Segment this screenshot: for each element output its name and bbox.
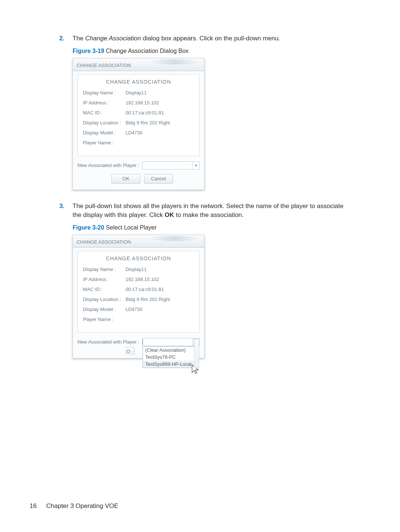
step-3-text: The pull-down list shows all the players… [73,202,347,220]
label: Player Name : [83,317,126,322]
label: IP Address : [83,100,126,106]
text: dialog box appears. Click on the pull-do… [141,35,280,42]
step-number: 2. [59,34,73,43]
button-row: OK Cancel [77,174,200,184]
chapter-title: Chapter 3 Operating VOE [46,502,119,509]
label: Display Name : [83,90,126,96]
step-3: 3. The pull-down list shows all the play… [59,202,367,358]
page: 2. The Change Association dialog box app… [0,0,400,532]
row-display-name: Display Name :Display11 [83,90,194,96]
dropdown-scrollbar[interactable] [194,339,199,368]
player-dropdown[interactable]: ▾ (Clear Association) TestSys79-PC TestS… [142,338,200,346]
label: Display Model : [83,307,126,312]
row-mac-id: MAC ID :00:17:ca:c9:01:81 [83,287,194,292]
value: Display11 [126,267,147,272]
row-mac-id: MAC ID :00:17:ca:c9:01:81 [83,110,194,116]
bold-text: OK [165,211,174,218]
new-associated-row: New Associated with Player : ▾ [77,161,200,170]
value: 192.168.15.102 [126,277,159,282]
row-ip-address: IP Address :192.168.15.102 [83,277,194,282]
dropdown-item-label: TestSys899-HP-Local [145,361,191,367]
row-display-location: Display Location :Bldg 9 Rm 202 Right [83,120,194,126]
dialog-body: CHANGE ASSOCIATION Display Name :Display… [73,71,204,190]
step-2-text: The Change Association dialog box appear… [73,34,280,43]
row-display-model: Display Model :LD4730 [83,130,194,135]
info-panel: CHANGE ASSOCIATION Display Name :Display… [77,74,200,156]
dialog-title: CHANGE ASSOCIATION [73,239,134,247]
row-player-name: Player Name : [83,140,194,145]
italic-text: Change Association [85,35,141,42]
value: 00:17:ca:c9:01:81 [126,287,164,292]
figure-ref: Figure 3-20 [73,224,104,231]
value: 192.168.15.102 [126,100,159,106]
figure-text: Change Association Dialog Box [104,48,189,54]
dialog-titlebar: CHANGE ASSOCIATION [73,58,204,71]
titlebar-shine [149,236,200,241]
step-number: 3. [59,202,73,211]
page-footer: 16 Chapter 3 Operating VOE [30,502,118,510]
change-association-dialog-open: CHANGE ASSOCIATION CHANGE ASSOCIATION Di… [73,235,204,358]
row-display-location: Display Location :Bldg 9 Rm 202 Right [83,297,194,302]
dropdown-field[interactable] [143,339,193,345]
value: Display11 [126,90,147,96]
dropdown-item-clear[interactable]: (Clear Association) [143,347,199,354]
cancel-button[interactable]: Cancel [144,174,173,184]
value: Bldg 9 Rm 202 Right [126,120,170,126]
value: LD4730 [126,130,143,135]
text: to make the association. [174,211,244,218]
association-block: New Associated with Player : ▾ (Clear As… [77,333,200,346]
ok-button-clipped[interactable]: O [125,347,134,355]
ok-button[interactable]: OK [111,174,140,184]
assoc-label: New Associated with Player : [77,163,142,168]
page-number: 16 [30,502,44,510]
row-player-name: Player Name : [83,317,194,322]
row-ip-address: IP Address :192.168.15.102 [83,100,194,106]
association-block: New Associated with Player : ▾ OK Cancel [77,156,200,185]
row-display-name: Display Name :Display11 [83,267,194,272]
dialog-titlebar: CHANGE ASSOCIATION [73,235,204,248]
player-dropdown[interactable]: ▾ [142,161,200,170]
label: MAC ID : [83,287,126,292]
label: Player Name : [83,140,126,145]
titlebar-shine [149,59,200,64]
label: Display Name : [83,267,126,272]
dialog-body: CHANGE ASSOCIATION Display Name :Display… [73,248,204,358]
player-dropdown-list: (Clear Association) TestSys79-PC TestSys… [143,346,199,368]
dropdown-item-2[interactable]: TestSys899-HP-Local [143,361,199,368]
dialog-title: CHANGE ASSOCIATION [73,63,134,71]
figure-3-20-caption: Figure 3-20 Select Local Player [73,224,367,231]
value: LD4730 [126,307,143,312]
change-association-dialog-closed: CHANGE ASSOCIATION CHANGE ASSOCIATION Di… [73,58,204,190]
value: Bldg 9 Rm 202 Right [126,297,170,302]
label: Display Model : [83,130,126,135]
info-panel: CHANGE ASSOCIATION Display Name :Display… [77,251,200,333]
step-2: 2. The Change Association dialog box app… [59,34,367,190]
dropdown-item-1[interactable]: TestSys79-PC [143,354,199,361]
panel-title: CHANGE ASSOCIATION [83,255,194,261]
label: IP Address : [83,277,126,282]
figure-ref: Figure 3-19 [73,48,104,54]
label: Display Location : [83,297,126,302]
figure-text: Select Local Player [104,224,156,231]
chevron-down-icon[interactable]: ▾ [193,162,199,169]
assoc-label: New Associated with Player : [77,339,142,345]
figure-3-19-caption: Figure 3-19 Change Association Dialog Bo… [73,48,367,54]
panel-title: CHANGE ASSOCIATION [83,79,194,85]
text: The [73,35,85,42]
label: MAC ID : [83,110,126,116]
label: Display Location : [83,120,126,126]
value: 00:17:ca:c9:01:81 [126,110,164,116]
new-associated-row: New Associated with Player : ▾ (Clear As… [77,338,200,346]
row-display-model: Display Model :LD4730 [83,307,194,312]
